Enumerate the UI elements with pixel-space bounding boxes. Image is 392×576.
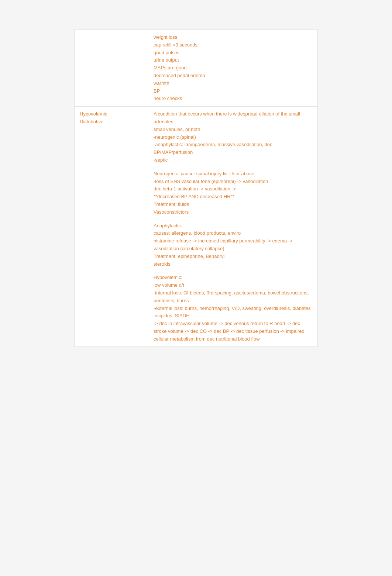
para4-line1: Hypovolemic: bbox=[154, 274, 312, 282]
para2-line1: Neurogenic: cause: spinal injury lvl T5 … bbox=[154, 170, 312, 178]
line-weight-loss: weight loss bbox=[154, 34, 312, 41]
left-labels: Hypovolemic Distributive bbox=[80, 110, 143, 126]
para2-line5: Treatment: fluids bbox=[154, 201, 312, 208]
left-cell-2: Hypovolemic Distributive bbox=[75, 107, 148, 347]
para2-line3: dec beta-1 activation -> vasodilation -> bbox=[154, 185, 312, 193]
para1-line3: -neurogenic (spinal) bbox=[154, 134, 312, 141]
para3-line5: steroids bbox=[154, 261, 312, 268]
label-distributive: Distributive bbox=[80, 118, 143, 126]
right-text-block-2: A condition that occurs when there is wi… bbox=[154, 110, 312, 343]
para1-line5: -septic bbox=[154, 156, 312, 164]
label-hypovolemic: Hypovolemic bbox=[80, 110, 143, 118]
para2-line6: Vasoconstrictors bbox=[154, 208, 312, 216]
para3-line2: causes: allergens, blood products, envir… bbox=[154, 230, 312, 237]
line-decreased-pedal: decreased pedal edema bbox=[154, 72, 312, 80]
right-cell-2: A condition that occurs when there is wi… bbox=[148, 107, 317, 347]
para4-line3: -internal loss: GI bleeds, 3rd spacing, … bbox=[154, 289, 312, 305]
para2-line4: **decreased BP AND decreased HR** bbox=[154, 193, 312, 201]
para4-line2: low volume d/t bbox=[154, 282, 312, 289]
content-card: weight loss cap refill <3 seconds good p… bbox=[74, 30, 318, 347]
para1-line2: small venules, or both bbox=[154, 126, 312, 134]
line-neuro: neuro checks bbox=[154, 95, 312, 103]
para4-line4: -external loss: burns, hemorrhaging, V/D… bbox=[154, 305, 312, 320]
right-text-block-1: weight loss cap refill <3 seconds good p… bbox=[154, 34, 312, 103]
line-maps-good: MAPs are good bbox=[154, 64, 312, 72]
line-cap-refill: cap refill <3 seconds bbox=[154, 41, 312, 49]
right-cell-1: weight loss cap refill <3 seconds good p… bbox=[148, 30, 317, 107]
table-row-2: Hypovolemic Distributive A condition tha… bbox=[75, 107, 317, 347]
para4-line5: -> dec in intravascular volume -> dec ve… bbox=[154, 320, 312, 343]
paragraph-3: Anaphylactic: causes: allergens, blood p… bbox=[154, 222, 312, 268]
line-warmth: warmth bbox=[154, 80, 312, 87]
line-good-pulses: good pulses bbox=[154, 49, 312, 57]
line-bp: BP bbox=[154, 87, 312, 95]
table-row: weight loss cap refill <3 seconds good p… bbox=[75, 30, 317, 107]
paragraph-4: Hypovolemic: low volume d/t -internal lo… bbox=[154, 274, 312, 343]
paragraph-1: A condition that occurs when there is wi… bbox=[154, 110, 312, 164]
para3-line4: Treatment: epinephrine, Benadryl bbox=[154, 253, 312, 261]
main-table: weight loss cap refill <3 seconds good p… bbox=[75, 30, 317, 346]
para3-line1: Anaphylactic: bbox=[154, 222, 312, 230]
line-urine-output: urine output bbox=[154, 56, 312, 64]
para1-line1: A condition that occurs when there is wi… bbox=[154, 110, 312, 126]
para3-line3: histamine release -> increased capillary… bbox=[154, 237, 312, 253]
left-cell-1 bbox=[75, 30, 148, 107]
para1-line4: -anaphylactic: laryngoedema, massive vas… bbox=[154, 141, 312, 156]
paragraph-2: Neurogenic: cause: spinal injury lvl T5 … bbox=[154, 170, 312, 216]
page-container: weight loss cap refill <3 seconds good p… bbox=[7, 7, 385, 576]
para2-line2: -loss of SNS vascular tone (epi/norepi) … bbox=[154, 178, 312, 186]
